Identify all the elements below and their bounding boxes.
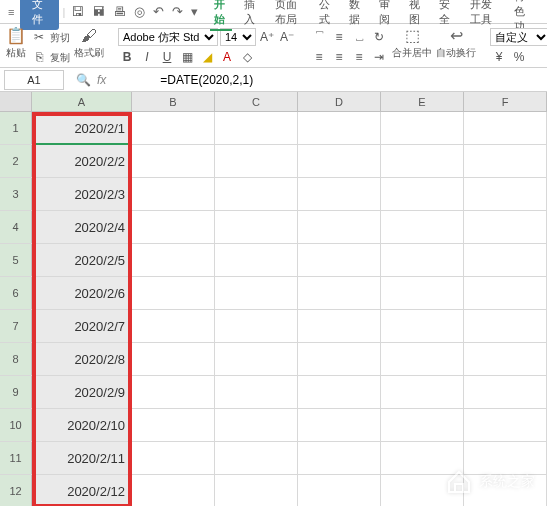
cell[interactable] <box>381 409 464 441</box>
tab-home[interactable]: 开始 <box>206 0 236 27</box>
save-as-icon[interactable]: 🖬 <box>88 4 109 19</box>
align-bottom-icon[interactable]: ⎵ <box>350 28 368 46</box>
align-left-icon[interactable]: ≡ <box>310 48 328 66</box>
cell[interactable] <box>132 178 215 210</box>
row-header[interactable]: 8 <box>0 343 32 375</box>
undo-icon[interactable]: ↶ <box>149 4 168 19</box>
percent-icon[interactable]: % <box>510 48 528 66</box>
cell[interactable] <box>132 409 215 441</box>
cell[interactable] <box>215 442 298 474</box>
cell[interactable] <box>298 409 381 441</box>
row-header[interactable]: 1 <box>0 112 32 144</box>
cell[interactable] <box>215 343 298 375</box>
cell[interactable]: 2020/2/5 <box>32 244 132 276</box>
cell[interactable]: 2020/2/7 <box>32 310 132 342</box>
cell[interactable] <box>464 310 547 342</box>
cell[interactable] <box>298 178 381 210</box>
cell[interactable]: 2020/2/3 <box>32 178 132 210</box>
col-header-e[interactable]: E <box>381 92 464 111</box>
tab-page-layout[interactable]: 页面布局 <box>267 0 311 27</box>
cell[interactable] <box>381 343 464 375</box>
cell[interactable]: 2020/2/2 <box>32 145 132 177</box>
merge-cells-icon[interactable]: ⬚ <box>405 28 420 44</box>
cell[interactable] <box>215 178 298 210</box>
cell[interactable] <box>381 310 464 342</box>
wrap-text-icon[interactable]: ↩ <box>450 28 463 44</box>
bold-button[interactable]: B <box>118 48 136 66</box>
paste-icon[interactable]: 📋 <box>6 28 26 44</box>
col-header-a[interactable]: A <box>32 92 132 111</box>
cell[interactable] <box>298 442 381 474</box>
italic-button[interactable]: I <box>138 48 156 66</box>
row-header[interactable]: 10 <box>0 409 32 441</box>
align-middle-icon[interactable]: ≡ <box>330 28 348 46</box>
row-header[interactable]: 9 <box>0 376 32 408</box>
font-name-select[interactable]: Adobe 仿宋 Std R <box>118 28 218 46</box>
print-icon[interactable]: 🖶 <box>109 4 130 19</box>
hamburger-icon[interactable]: ≡ <box>4 6 18 18</box>
cell[interactable]: 2020/2/6 <box>32 277 132 309</box>
cell[interactable] <box>132 442 215 474</box>
increase-font-icon[interactable]: A⁺ <box>258 28 276 46</box>
copy-icon[interactable]: ⎘ <box>30 48 48 66</box>
cell[interactable]: 2020/2/11 <box>32 442 132 474</box>
spreadsheet-grid[interactable]: A B C D E F 12020/2/122020/2/232020/2/34… <box>0 92 547 506</box>
redo-icon[interactable]: ↷ <box>168 4 187 19</box>
cell[interactable] <box>381 277 464 309</box>
cell[interactable] <box>298 376 381 408</box>
cell[interactable]: 2020/2/10 <box>32 409 132 441</box>
underline-button[interactable]: U <box>158 48 176 66</box>
fx-icon[interactable]: fx <box>97 73 106 87</box>
cell[interactable]: 2020/2/1 <box>32 112 132 144</box>
col-header-b[interactable]: B <box>132 92 215 111</box>
cell[interactable]: 2020/2/9 <box>32 376 132 408</box>
clear-format-icon[interactable]: ◇ <box>238 48 256 66</box>
cell[interactable] <box>132 211 215 243</box>
tab-review[interactable]: 审阅 <box>371 0 401 27</box>
cell[interactable] <box>215 409 298 441</box>
fx-search-icon[interactable]: 🔍 <box>76 73 91 87</box>
cell[interactable] <box>215 376 298 408</box>
row-header[interactable]: 4 <box>0 211 32 243</box>
format-painter-icon[interactable]: 🖌 <box>81 28 97 44</box>
tab-security[interactable]: 安全 <box>431 0 461 27</box>
cell[interactable] <box>132 376 215 408</box>
currency-icon[interactable]: ¥ <box>490 48 508 66</box>
print-preview-icon[interactable]: ◎ <box>130 4 149 19</box>
tab-insert[interactable]: 插入 <box>236 0 266 27</box>
cell[interactable] <box>464 244 547 276</box>
cell[interactable] <box>381 145 464 177</box>
cell[interactable] <box>215 310 298 342</box>
cell[interactable] <box>381 475 464 506</box>
row-header[interactable]: 2 <box>0 145 32 177</box>
col-header-f[interactable]: F <box>464 92 547 111</box>
qat-dropdown-icon[interactable]: ▾ <box>187 4 202 19</box>
row-header[interactable]: 5 <box>0 244 32 276</box>
tab-formulas[interactable]: 公式 <box>311 0 341 27</box>
indent-icon[interactable]: ⇥ <box>370 48 388 66</box>
cell[interactable] <box>215 112 298 144</box>
tab-data[interactable]: 数据 <box>341 0 371 27</box>
wrap-group[interactable]: ↩ 自动换行 <box>436 28 476 61</box>
cell[interactable] <box>381 442 464 474</box>
cell[interactable] <box>215 277 298 309</box>
cell[interactable] <box>381 376 464 408</box>
align-top-icon[interactable]: ⎴ <box>310 28 328 46</box>
cell[interactable] <box>132 244 215 276</box>
cell[interactable] <box>215 475 298 506</box>
cell[interactable] <box>298 145 381 177</box>
cell[interactable] <box>464 442 547 474</box>
row-header[interactable]: 11 <box>0 442 32 474</box>
save-icon[interactable]: 🖫 <box>67 4 88 19</box>
cell[interactable] <box>298 112 381 144</box>
file-menu-button[interactable]: 文件 <box>20 0 58 30</box>
tab-developer[interactable]: 开发工具 <box>462 0 506 27</box>
select-all-corner[interactable] <box>0 92 32 111</box>
cut-icon[interactable]: ✂ <box>30 28 48 46</box>
row-header[interactable]: 3 <box>0 178 32 210</box>
border-icon[interactable]: ▦ <box>178 48 196 66</box>
tab-view[interactable]: 视图 <box>401 0 431 27</box>
number-format-select[interactable]: 自定义 <box>490 28 547 46</box>
cell[interactable] <box>464 409 547 441</box>
orientation-icon[interactable]: ↻ <box>370 28 388 46</box>
